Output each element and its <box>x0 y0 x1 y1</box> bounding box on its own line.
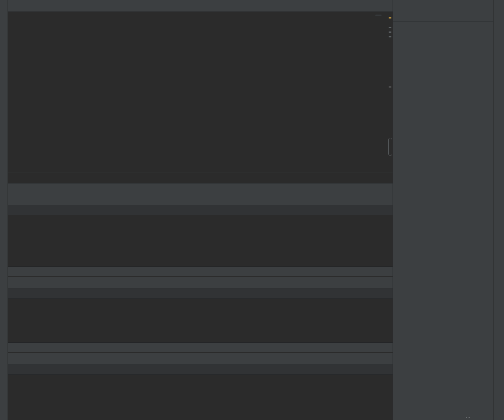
result-tabs <box>8 183 393 193</box>
grid-toolbar <box>8 277 393 289</box>
right-tool-stripe <box>493 0 504 420</box>
main-area <box>8 0 393 420</box>
left-tool-stripe <box>0 0 8 420</box>
code-area <box>8 12 393 14</box>
grid-panel-products <box>8 266 393 342</box>
database-panel <box>393 0 493 420</box>
grid-table-wrap <box>8 299 393 342</box>
breadcrumb <box>8 172 393 183</box>
grid-toolbar <box>8 193 393 205</box>
editor-tab-bar <box>8 0 393 12</box>
scrollbar-thumb[interactable] <box>388 138 392 156</box>
result-tabs <box>8 267 393 277</box>
grid-panel-users <box>8 183 393 266</box>
grid-table-wrap <box>8 215 393 266</box>
stripe-mark <box>389 31 391 33</box>
splitter-grip[interactable] <box>466 417 470 418</box>
result-tabs <box>8 343 393 353</box>
ide-window <box>0 0 504 420</box>
grid-filter-row <box>8 364 393 375</box>
grid-table-wrap <box>8 375 393 420</box>
grid-filter-row <box>8 205 393 215</box>
db-tree <box>393 22 493 420</box>
database-panel-header <box>393 0 493 11</box>
warning-stripe-mark <box>389 17 391 19</box>
grid-panel-users-products <box>8 342 393 420</box>
database-toolbar <box>393 11 493 22</box>
inspections-widget[interactable] <box>375 15 382 16</box>
grid-filter-row <box>8 289 393 299</box>
grid-toolbar <box>8 353 393 364</box>
editor[interactable] <box>8 12 393 172</box>
stripe-mark <box>389 27 391 28</box>
stripe-mark <box>389 36 391 37</box>
editor-scrollbar[interactable] <box>387 12 393 172</box>
caret-stripe-mark <box>389 87 391 87</box>
